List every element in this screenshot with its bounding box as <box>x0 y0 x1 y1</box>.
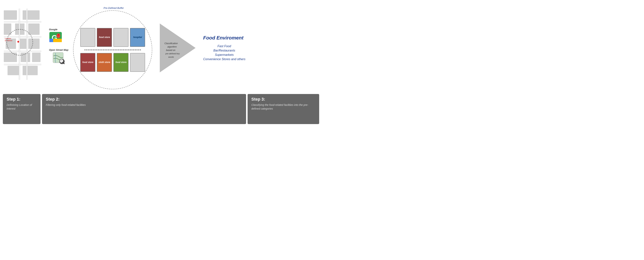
buffer-label: Pre-Defined Buffer <box>73 6 154 9</box>
step-2-box: Step 2: Filtering only food-related faci… <box>42 94 246 124</box>
step-3-desc: Classifying the food-related faciltiies … <box>251 103 316 111</box>
store-box-empty-3 <box>130 53 145 72</box>
food-env-fast-food: Fast Food <box>203 45 245 48</box>
svg-text:words: words <box>168 56 174 58</box>
svg-text:algorithm: algorithm <box>168 45 177 48</box>
svg-text:based on: based on <box>166 49 176 51</box>
row-divider <box>84 50 141 50</box>
google-label: Google <box>49 28 58 31</box>
map-block <box>28 23 40 35</box>
road <box>4 64 42 65</box>
google-maps-icon: G <box>49 32 62 45</box>
map-section: Location of Interest <box>4 8 45 87</box>
top-section: Location of Interest Google G <box>0 0 322 92</box>
step-3-title: Step 3: <box>251 97 265 102</box>
buffer-section: Pre-Defined Buffer food store hospital f… <box>73 6 154 89</box>
step-2-desc: Filtering only food-related facilities <box>46 103 86 107</box>
main-container: Location of Interest Google G <box>0 0 322 130</box>
svg-text:pre-defined key: pre-defined key <box>165 52 180 55</box>
map-block <box>4 10 17 20</box>
buffer-circle-map <box>6 29 33 55</box>
svg-point-11 <box>60 59 62 62</box>
bottom-store-row: food store cloth store food store <box>80 53 145 72</box>
funnel-shape: Classification algorithm based on pre-de… <box>160 22 198 74</box>
location-dot <box>17 41 19 43</box>
osm-label: Open Street Map <box>49 48 68 51</box>
store-box-cloth: cloth store <box>97 53 112 72</box>
store-box-empty-2 <box>114 28 128 47</box>
funnel-section: Classification algorithm based on pre-de… <box>160 22 198 74</box>
step-1-title: Step 1: <box>6 97 20 102</box>
store-box-hospital: hospital <box>130 28 145 47</box>
step-2-title: Step 2: <box>46 97 60 102</box>
food-env-title: Food Enviroment <box>203 35 244 41</box>
map-block <box>32 53 40 62</box>
svg-rect-7 <box>49 39 53 42</box>
store-box-food-red: food store <box>80 53 95 72</box>
road <box>4 21 42 22</box>
osm-icon <box>52 52 65 64</box>
food-environment-section: Food Enviroment Fast Food Bar/Restaurant… <box>203 35 245 61</box>
food-env-convenience: Convenience Stores and others <box>203 58 245 61</box>
store-box-food-green: food store <box>114 53 128 72</box>
top-store-row: food store hospital <box>80 28 145 47</box>
store-box-food-dark: food store <box>97 28 112 47</box>
svg-text:Classification: Classification <box>164 42 178 45</box>
food-env-items: Fast Food Bar/Restaurants Supermarkets C… <box>203 45 245 61</box>
svg-marker-13 <box>160 23 196 72</box>
food-env-bar-restaurants: Bar/Restaurants <box>203 49 245 52</box>
map-block <box>22 10 40 20</box>
map-block <box>8 66 19 75</box>
osm-logo-item: Open Street Map <box>49 48 68 64</box>
buffer-dashed-circle: food store hospital food store cloth sto… <box>73 10 152 89</box>
steps-section: Step 1: Definining Location of Interest … <box>0 93 322 125</box>
logos-section: Google G Op <box>49 28 68 64</box>
store-box-empty-1 <box>80 28 95 47</box>
map-block <box>22 66 38 75</box>
step-1-box: Step 1: Definining Location of Interest <box>3 94 40 124</box>
step-3-box: Step 3: Classifying the food-related fac… <box>248 94 319 124</box>
google-logo-item: Google G <box>49 28 62 45</box>
map-grid: Location of Interest <box>4 8 42 80</box>
food-env-supermarkets: Supermarkets <box>203 53 245 57</box>
step-1-desc: Definining Location of Interest <box>6 103 37 111</box>
